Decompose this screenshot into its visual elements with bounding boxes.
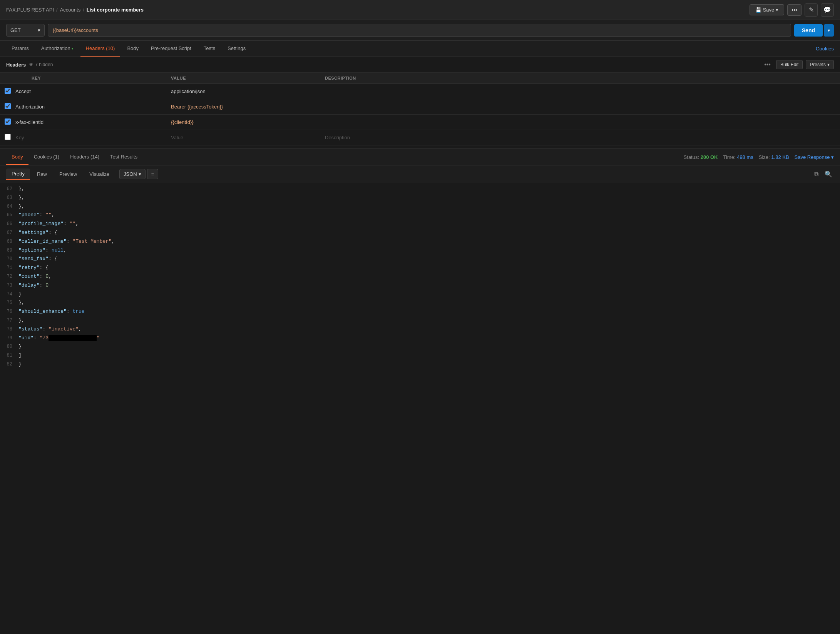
header-row-3-key[interactable]: x-fax-clientid	[15, 119, 44, 125]
breadcrumb: FAX.PLUS REST API / Accounts / List corp…	[6, 7, 144, 13]
response-tab-headers[interactable]: Headers (14)	[65, 149, 105, 165]
breadcrumb-api[interactable]: FAX.PLUS REST API	[6, 7, 54, 13]
url-input[interactable]: {{baseUrl}}/accounts	[48, 24, 791, 37]
breadcrumb-accounts[interactable]: Accounts	[60, 7, 80, 13]
viewer-actions: ⧉ 🔍	[813, 169, 834, 179]
body-viewer-tabs: Pretty Raw Preview Visualize JSON ▾ ≡ ⧉ …	[0, 165, 840, 183]
header-row-4-value-placeholder[interactable]: Value	[171, 135, 183, 140]
response-tab-test-results[interactable]: Test Results	[105, 149, 143, 165]
headers-actions: ••• Bulk Edit Presets ▾	[762, 60, 834, 69]
json-line-62: 62 },	[0, 185, 840, 194]
header-row-4-checkbox[interactable]	[5, 134, 11, 140]
view-tab-visualize[interactable]: Visualize	[84, 169, 115, 179]
col-key: KEY	[12, 73, 166, 84]
method-select[interactable]: GET ▾	[6, 24, 45, 37]
tab-authorization[interactable]: Authorization●	[36, 41, 79, 57]
json-line-69: 69 "options": null,	[0, 246, 840, 255]
time-value: 498 ms	[737, 154, 753, 160]
save-icon: 💾	[755, 7, 761, 13]
json-line-80: 80 }	[0, 342, 840, 351]
json-line-65: 65 "phone": "",	[0, 211, 840, 220]
format-select[interactable]: JSON ▾	[119, 169, 146, 179]
request-tabs: Params Authorization● Headers (10) Body …	[0, 41, 840, 57]
bulk-edit-button[interactable]: Bulk Edit	[776, 60, 803, 69]
copy-button[interactable]: ⧉	[813, 169, 820, 179]
response-tab-body[interactable]: Body	[6, 149, 28, 165]
headers-section: Headers 👁 7 hidden ••• Bulk Edit Presets…	[0, 57, 840, 145]
comment-button[interactable]: 💬	[821, 3, 834, 17]
send-dropdown-button[interactable]: ▾	[824, 24, 834, 37]
view-tab-preview[interactable]: Preview	[54, 169, 82, 179]
response-tab-cookies[interactable]: Cookies (1)	[28, 149, 65, 165]
hidden-badge: 👁 7 hidden	[29, 62, 53, 67]
top-bar-actions: 💾 Save ▾ ••• ✎ 💬	[750, 3, 834, 17]
tab-params[interactable]: Params	[6, 41, 34, 57]
col-value: VALUE	[166, 73, 320, 84]
hidden-count: 7 hidden	[35, 62, 53, 67]
tab-settings[interactable]: Settings	[222, 41, 251, 57]
search-button[interactable]: 🔍	[823, 169, 834, 179]
url-bar: GET ▾ {{baseUrl}}/accounts Send ▾	[0, 20, 840, 41]
tab-tests[interactable]: Tests	[198, 41, 221, 57]
header-row-1-value[interactable]: application/json	[171, 88, 206, 94]
tab-headers[interactable]: Headers (10)	[80, 41, 120, 57]
json-line-81: 81 ]	[0, 351, 840, 360]
json-line-79: 79 "uid": "73████████████████"	[0, 334, 840, 343]
json-line-75: 75 },	[0, 299, 840, 307]
response-meta: Status: 200 OK Time: 498 ms Size: 1.82 K…	[684, 154, 834, 160]
headers-more-button[interactable]: •••	[762, 60, 773, 69]
header-row-1-key[interactable]: Accept	[15, 88, 31, 94]
header-row-1-checkbox[interactable]	[5, 88, 11, 94]
view-tab-pretty[interactable]: Pretty	[6, 169, 30, 180]
headers-label: Headers	[6, 62, 26, 68]
json-line-76: 76 "should_enhance": true	[0, 307, 840, 316]
header-row-4-desc-placeholder[interactable]: Description	[325, 135, 350, 140]
json-line-67: 67 "settings": {	[0, 229, 840, 237]
edit-button[interactable]: ✎	[805, 3, 818, 17]
json-line-68: 68 "caller_id_name": "Test Member",	[0, 237, 840, 246]
presets-button[interactable]: Presets ▾	[806, 60, 834, 69]
json-wrapper: 62 }, 63 }, 64 }, 65 "phone": "",	[0, 183, 840, 370]
json-line-66: 66 "profile_image": "",	[0, 220, 840, 229]
breadcrumb-current: List corporate members	[87, 7, 144, 13]
eye-icon: 👁	[29, 62, 33, 67]
tab-prerequest[interactable]: Pre-request Script	[146, 41, 197, 57]
json-line-64: 64 },	[0, 202, 840, 211]
json-line-72: 72 "count": 0,	[0, 272, 840, 281]
header-row-accept: Accept application/json	[0, 84, 840, 99]
header-row-clientid: x-fax-clientid {{clientId}}	[0, 115, 840, 130]
header-row-authorization: Authorization Bearer {{accessToken}}	[0, 99, 840, 115]
presets-dropdown-icon: ▾	[827, 62, 830, 67]
header-row-4-key-placeholder[interactable]: Key	[15, 135, 24, 140]
headers-table: KEY VALUE DESCRIPTION Accept application…	[0, 73, 840, 145]
json-line-74: 74 }	[0, 290, 840, 299]
json-viewer[interactable]: 62 }, 63 }, 64 }, 65 "phone": "",	[0, 183, 840, 370]
auth-dot: ●	[72, 47, 74, 50]
json-line-77: 77 },	[0, 316, 840, 325]
save-button[interactable]: 💾 Save ▾	[750, 4, 785, 15]
send-button[interactable]: Send	[794, 24, 823, 37]
header-row-2-checkbox[interactable]	[5, 103, 11, 109]
filter-button[interactable]: ≡	[147, 169, 159, 179]
save-dropdown-icon[interactable]: ▾	[776, 7, 778, 13]
header-row-3-checkbox[interactable]	[5, 118, 11, 125]
json-line-73: 73 "delay": 0	[0, 281, 840, 290]
view-tab-raw[interactable]: Raw	[32, 169, 52, 179]
more-button[interactable]: •••	[787, 4, 802, 16]
cookies-link[interactable]: Cookies	[816, 46, 834, 52]
json-line-78: 78 "status": "inactive",	[0, 325, 840, 334]
top-bar: FAX.PLUS REST API / Accounts / List corp…	[0, 0, 840, 20]
send-group: Send ▾	[794, 24, 834, 37]
json-line-70: 70 "send_fax": {	[0, 255, 840, 264]
headers-sub-row: Headers 👁 7 hidden ••• Bulk Edit Presets…	[0, 57, 840, 73]
header-row-2-key[interactable]: Authorization	[15, 104, 45, 110]
response-section: Body Cookies (1) Headers (14) Test Resul…	[0, 148, 840, 370]
size-value: 1.82 KB	[771, 154, 789, 160]
save-response-button[interactable]: Save Response ▾	[795, 154, 834, 160]
header-row-2-value[interactable]: Bearer {{accessToken}}	[171, 104, 223, 110]
tab-body[interactable]: Body	[122, 41, 144, 57]
format-dropdown-icon: ▾	[139, 171, 141, 177]
header-row-empty: Key Value Description	[0, 130, 840, 145]
header-row-3-value[interactable]: {{clientId}}	[171, 119, 194, 125]
json-line-82: 82 }	[0, 360, 840, 369]
